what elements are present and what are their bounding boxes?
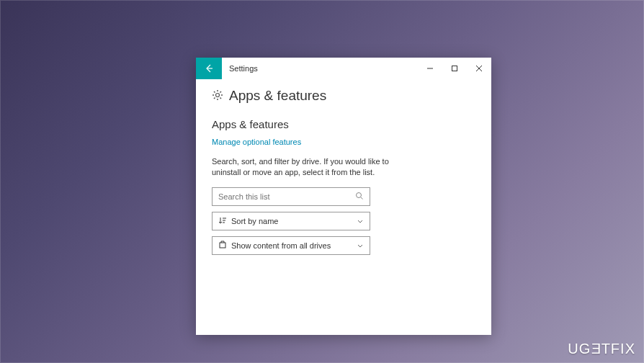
drive-icon (218, 239, 227, 252)
svg-point-2 (357, 192, 362, 197)
window-controls (418, 58, 491, 79)
window-title: Settings (222, 64, 418, 73)
search-box[interactable] (212, 187, 370, 206)
minimize-button[interactable] (418, 58, 442, 79)
search-icon (355, 190, 364, 203)
svg-rect-0 (452, 66, 457, 71)
maximize-button[interactable] (442, 58, 467, 79)
sort-icon (218, 215, 227, 228)
svg-point-1 (216, 94, 220, 97)
back-arrow-icon (204, 63, 214, 73)
watermark: UGETFIX (568, 341, 635, 357)
close-button[interactable] (467, 58, 491, 79)
content-area: Apps & features Apps & features Manage o… (196, 79, 491, 269)
page-header: Apps & features (212, 88, 475, 104)
section-title: Apps & features (212, 118, 475, 130)
settings-window: Settings (196, 58, 491, 335)
close-icon (475, 65, 483, 72)
search-input[interactable] (218, 192, 355, 201)
sort-label: Sort by name (231, 217, 357, 225)
page-title: Apps & features (229, 88, 326, 104)
titlebar: Settings (196, 58, 491, 79)
sort-dropdown[interactable]: Sort by name (212, 212, 370, 230)
minimize-icon (426, 65, 434, 72)
description-text: Search, sort, and filter by drive. If yo… (212, 156, 399, 179)
chevron-down-icon (357, 239, 364, 252)
filter-dropdown[interactable]: Show content from all drives (212, 236, 370, 255)
maximize-icon (451, 65, 458, 72)
manage-optional-features-link[interactable]: Manage optional features (212, 138, 475, 146)
chevron-down-icon (357, 215, 364, 228)
back-button[interactable] (196, 58, 222, 79)
filter-label: Show content from all drives (231, 241, 357, 250)
gear-icon (212, 89, 223, 104)
svg-rect-3 (220, 243, 225, 248)
